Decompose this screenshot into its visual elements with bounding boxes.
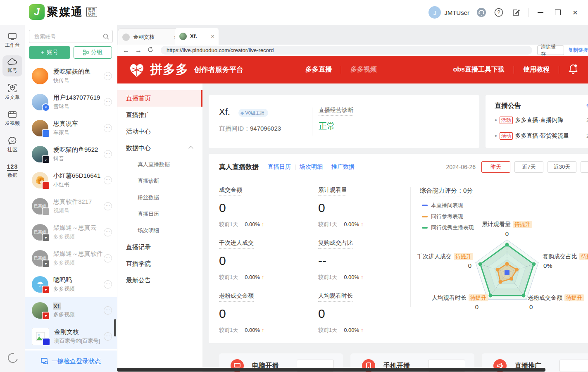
metric-label[interactable]: 千次进人成交 bbox=[219, 239, 254, 249]
user-avatar[interactable]: J bbox=[429, 6, 441, 19]
nav-live-data[interactable]: 真人直播数据 bbox=[117, 156, 202, 173]
loading-spinner-icon[interactable] bbox=[6, 351, 20, 365]
link-promo-data[interactable]: 推广数据 bbox=[331, 163, 355, 171]
search-input[interactable] bbox=[33, 33, 103, 40]
tutorial-link[interactable]: 使用教程 bbox=[523, 65, 550, 74]
account-item[interactable]: 已离线♥ 聚媒通～思真软件 多多视频 ··· bbox=[25, 245, 117, 271]
rail-item-post-video[interactable]: 发视频 bbox=[2, 107, 22, 129]
metric-label[interactable]: 老粉成交金额 bbox=[219, 292, 254, 302]
tab-close-icon[interactable]: × bbox=[211, 33, 214, 39]
bullet-icon: • bbox=[495, 117, 497, 124]
link-live-calendar[interactable]: 直播日历 bbox=[268, 163, 291, 171]
forward-icon[interactable]: → bbox=[135, 47, 142, 54]
nav-live-diagnosis[interactable]: 直播诊断 bbox=[117, 173, 202, 189]
check-login-status-button[interactable]: 一键检查登录状态 bbox=[25, 351, 117, 372]
account-search-box[interactable] bbox=[29, 30, 113, 43]
douyin-badge-icon: ♪ bbox=[42, 155, 50, 164]
metric-label[interactable]: 成交金额 bbox=[219, 186, 242, 196]
back-icon[interactable]: ← bbox=[123, 47, 129, 54]
notification-bell-icon[interactable] bbox=[568, 64, 578, 76]
horizontal-scrollbar[interactable] bbox=[117, 368, 545, 372]
minimize-button[interactable] bbox=[535, 7, 546, 18]
feedback-edit-icon[interactable] bbox=[511, 7, 521, 18]
account-name: 金刚文枝 bbox=[54, 328, 104, 336]
add-account-button[interactable]: + 账号 bbox=[29, 46, 70, 59]
account-item[interactable]: ✕ 用户1437077619 雪球号 ··· bbox=[25, 89, 117, 115]
announcement-text[interactable]: 多多直播·直播闪降 bbox=[515, 117, 564, 124]
range-7d-button[interactable]: 近7天 bbox=[514, 161, 543, 173]
screen-check-icon bbox=[41, 358, 48, 365]
nav-live-promo[interactable]: 直播推广 bbox=[117, 107, 202, 123]
announcement-item[interactable]: • 活动 多多直播·直播闪降 2024 bbox=[495, 117, 588, 124]
link-session-detail[interactable]: 场次明细 bbox=[300, 163, 323, 171]
pdd-brand[interactable]: 拼多多 bbox=[150, 61, 188, 78]
score-title[interactable]: 综合能力评分：0分 bbox=[420, 187, 473, 196]
account-menu-button[interactable]: ··· bbox=[104, 176, 112, 184]
range-30d-button[interactable]: 近30天 bbox=[548, 161, 576, 173]
url-bar[interactable]: https://live.pinduoduo.com/creator/live-… bbox=[161, 46, 532, 55]
account-item[interactable]: 思真说车 车家号 ··· bbox=[25, 115, 117, 141]
page-content: 直播首页 直播推广 活动中心 数据中心 真人直播数据 直播诊断 粉丝数据 直播日… bbox=[117, 83, 588, 372]
nav-data-center[interactable]: 数据中心 bbox=[117, 140, 202, 156]
help-icon[interactable]: ? bbox=[493, 7, 504, 18]
nav-session-detail[interactable]: 场次明细 bbox=[117, 222, 202, 239]
metric-label[interactable]: 人均观看时长 bbox=[318, 292, 353, 302]
nav-activity-center[interactable]: 活动中心 bbox=[117, 123, 202, 140]
account-item[interactable]: ☂♥ 嗯呜呜 多多视频 ··· bbox=[25, 271, 117, 297]
account-list-scrollbar[interactable] bbox=[114, 319, 116, 336]
nav-fans-data[interactable]: 粉丝数据 bbox=[117, 189, 202, 206]
announcement-item[interactable]: • 活动 多多直播·带货奖流量 2024 bbox=[495, 132, 588, 140]
view-more-link[interactable]: 查 bbox=[586, 103, 588, 110]
account-item[interactable]: 已离线 思真软件3217 视频号 ··· bbox=[25, 193, 117, 219]
metric-label[interactable]: 累计观看量 bbox=[318, 186, 347, 196]
nav-live-calendar[interactable]: 直播日历 bbox=[117, 206, 202, 222]
accounts-panel: + 账号 分组 爱吃猫妖的鱼 快传号 ··· ✕ 用 bbox=[25, 25, 117, 372]
refresh-icon[interactable] bbox=[148, 47, 153, 54]
account-item[interactable]: 已离线♥ 聚媒通～思真云 多多视频 ··· bbox=[25, 219, 117, 245]
close-button[interactable]: × bbox=[570, 7, 581, 18]
open-button[interactable] bbox=[559, 360, 588, 372]
copy-link-button[interactable]: 复制链接 bbox=[568, 47, 588, 54]
account-menu-button[interactable]: ··· bbox=[104, 98, 112, 106]
axis-oldfans-gmv: 老粉成交金额待提升 bbox=[528, 294, 584, 302]
browser-tab-active[interactable]: Xf. × bbox=[175, 28, 219, 45]
obs-download-link[interactable]: obs直播工具下载 bbox=[453, 65, 505, 74]
nav-live-academy[interactable]: 直播学院 bbox=[117, 255, 202, 272]
group-button[interactable]: 分组 bbox=[74, 46, 112, 59]
diagnosis-label[interactable]: 直播经营诊断 bbox=[319, 107, 353, 116]
user-name[interactable]: JMTUser bbox=[444, 9, 469, 16]
rail-item-workbench[interactable]: 工作台 bbox=[2, 30, 22, 51]
account-menu-button[interactable]: ··· bbox=[104, 72, 112, 80]
account-menu-button[interactable]: ··· bbox=[104, 202, 112, 210]
announcement-text[interactable]: 多多直播·带货奖流量 bbox=[515, 132, 569, 140]
clear-cache-button[interactable]: 清除缓存 bbox=[537, 45, 564, 55]
account-menu-button[interactable]: ··· bbox=[104, 124, 112, 132]
account-menu-button[interactable]: ··· bbox=[104, 254, 112, 262]
nav-duoduo-live[interactable]: 多多直播 bbox=[305, 65, 332, 74]
rail-item-community[interactable]: 社区 bbox=[2, 134, 22, 156]
customer-service-icon[interactable] bbox=[476, 7, 487, 18]
account-item[interactable]: 🥐 小红薯65D16641 小红书 ··· bbox=[25, 167, 117, 193]
nav-latest-announcement[interactable]: 最新公告 bbox=[117, 272, 202, 289]
rail-item-accounts[interactable]: 账号 bbox=[2, 55, 22, 76]
account-menu-button[interactable]: ··· bbox=[104, 150, 112, 158]
account-item[interactable]: 爱吃猫妖的鱼 快传号 ··· bbox=[25, 63, 117, 89]
account-menu-button[interactable]: ··· bbox=[104, 228, 112, 236]
nav-duoduo-video[interactable]: 多多视频 bbox=[350, 65, 377, 74]
account-menu-button[interactable]: ··· bbox=[104, 332, 112, 341]
announcements-title: 直播公告 bbox=[495, 102, 521, 110]
account-item[interactable]: ♪ 爱吃猫的鱼9522 抖音 ··· bbox=[25, 141, 117, 167]
range-more-button[interactable]: 更 bbox=[581, 161, 588, 173]
range-yesterday-button[interactable]: 昨天 bbox=[481, 161, 510, 173]
account-item[interactable]: 金刚文枝 测百家号的[百家号] ··· bbox=[25, 323, 117, 349]
account-item-selected[interactable]: ♥ Xf. 多多视频 ··· bbox=[25, 297, 117, 323]
account-menu-button[interactable]: ··· bbox=[104, 306, 112, 315]
rail-item-data[interactable]: 123 数据 bbox=[2, 160, 22, 181]
rail-item-post-article[interactable]: 发文章 bbox=[2, 81, 22, 103]
account-menu-button[interactable]: ··· bbox=[104, 280, 112, 289]
nav-live-home[interactable]: 直播首页 bbox=[117, 90, 202, 107]
nav-live-record[interactable]: 直播记录 bbox=[117, 239, 202, 255]
maximize-button[interactable] bbox=[552, 7, 563, 18]
browser-tab[interactable]: 金刚文枝 × bbox=[118, 29, 182, 45]
metric-label[interactable]: 复购成交占比 bbox=[318, 239, 353, 249]
